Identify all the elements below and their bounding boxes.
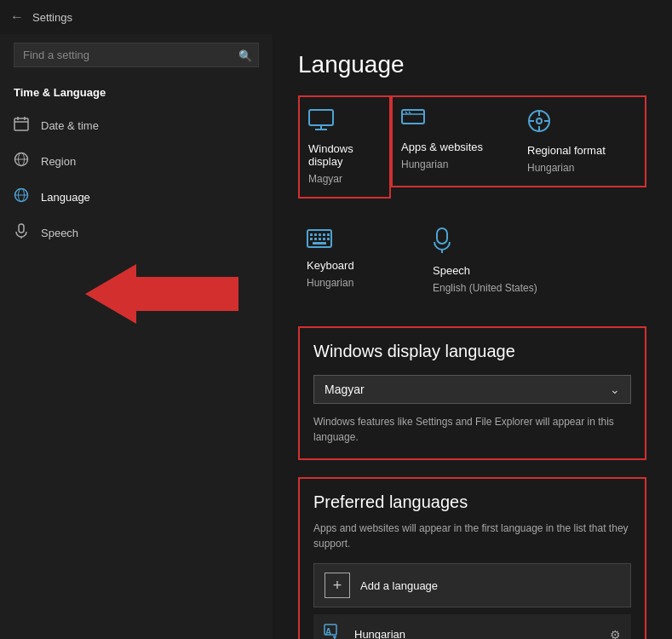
svg-rect-38 — [437, 228, 447, 244]
card-apps-websites[interactable]: Apps & websites Hungarian — [393, 97, 519, 186]
sidebar-item-language-label: Language — [41, 191, 90, 204]
region-icon — [14, 152, 29, 170]
preferred-languages-sub: Apps and websites will appear in the fir… — [313, 521, 631, 551]
sidebar: 🔍 Time & Language Date & time — [0, 34, 273, 639]
svg-rect-30 — [323, 233, 325, 236]
apps-websites-title: Apps & websites — [401, 141, 483, 153]
back-button[interactable]: ← — [10, 9, 24, 25]
search-input[interactable] — [14, 43, 259, 67]
chevron-down-icon: ⌄ — [610, 383, 620, 396]
language-list-item-hungarian[interactable]: A ▼ Hungarian ⚙ — [313, 614, 631, 639]
speech-card-sub: English (United States) — [433, 282, 537, 294]
sidebar-item-date-time[interactable]: Date & time — [0, 107, 273, 143]
sidebar-item-date-time-label: Date & time — [41, 119, 99, 132]
svg-text:▼: ▼ — [331, 634, 338, 639]
add-language-button[interactable]: + Add a language — [313, 563, 631, 607]
date-time-icon — [14, 116, 29, 135]
svg-rect-37 — [313, 242, 326, 245]
sidebar-item-language[interactable]: Language — [0, 179, 273, 215]
speech-card-icon — [433, 227, 451, 259]
card-regional-format[interactable]: Regional format Hungarian — [519, 97, 645, 186]
sidebar-item-region[interactable]: Region — [0, 143, 273, 179]
svg-rect-35 — [323, 238, 325, 240]
windows-display-title: Windows display — [308, 142, 381, 168]
windows-display-language-section: Windows display language Magyar ⌄ Window… — [298, 326, 646, 460]
svg-rect-32 — [310, 238, 313, 240]
titlebar: ← Settings — [0, 0, 672, 34]
svg-rect-0 — [14, 118, 28, 130]
svg-rect-10 — [19, 224, 24, 233]
svg-rect-13 — [309, 110, 333, 125]
main-layout: 🔍 Time & Language Date & time — [0, 34, 672, 639]
regional-format-icon — [527, 109, 551, 139]
keyboard-sub: Hungarian — [307, 277, 353, 289]
speech-icon — [14, 223, 29, 242]
preferred-languages-section: Preferred languages Apps and websites wi… — [298, 477, 646, 639]
svg-line-19 — [409, 112, 411, 113]
language-icon — [14, 187, 29, 206]
sidebar-item-region-label: Region — [41, 155, 76, 168]
svg-point-21 — [537, 118, 542, 124]
lang-settings-icon: ⚙ — [610, 628, 621, 640]
apps-websites-icon — [401, 109, 425, 135]
windows-display-sub: Magyar — [308, 173, 342, 185]
svg-rect-36 — [327, 238, 330, 240]
windows-display-icon — [308, 109, 334, 137]
speech-card-title: Speech — [433, 264, 470, 277]
apps-websites-sub: Hungarian — [401, 158, 448, 170]
windows-display-language-heading: Windows display language — [313, 342, 631, 361]
keyboard-icon — [307, 227, 332, 254]
svg-rect-27 — [310, 233, 313, 236]
regional-format-title: Regional format — [527, 144, 606, 157]
svg-rect-28 — [314, 233, 317, 236]
search-icon: 🔍 — [238, 49, 252, 61]
card-keyboard[interactable]: Keyboard Hungarian — [298, 216, 424, 306]
arrow-annotation — [85, 260, 264, 331]
card-windows-display[interactable]: Windows display Magyar — [298, 95, 391, 199]
svg-marker-12 — [85, 264, 238, 324]
titlebar-title: Settings — [32, 11, 72, 24]
dropdown-selected-value: Magyar — [325, 383, 610, 396]
svg-rect-31 — [327, 233, 330, 236]
hungarian-lang-icon: A ▼ — [324, 623, 344, 639]
search-container: 🔍 — [14, 43, 259, 67]
preferred-languages-heading: Preferred languages — [313, 492, 631, 512]
svg-line-18 — [405, 112, 407, 113]
sidebar-item-speech[interactable]: Speech — [0, 215, 273, 250]
language-dropdown[interactable]: Magyar ⌄ — [313, 375, 631, 404]
svg-rect-33 — [314, 238, 317, 240]
add-language-label: Add a language — [360, 579, 438, 592]
regional-format-sub: Hungarian — [527, 162, 574, 174]
hungarian-lang-name: Hungarian — [354, 628, 600, 639]
card-speech[interactable]: Speech English (United States) — [424, 216, 550, 306]
svg-rect-29 — [319, 233, 321, 236]
windows-display-hint: Windows features like Settings and File … — [313, 414, 631, 445]
page-title: Language — [298, 51, 646, 78]
svg-rect-34 — [319, 238, 321, 240]
keyboard-title: Keyboard — [307, 259, 354, 272]
content-area: Language Windows display Magyar — [273, 34, 672, 639]
sidebar-item-speech-label: Speech — [41, 227, 78, 239]
sidebar-section-label: Time & Language — [0, 81, 273, 107]
plus-icon: + — [325, 573, 350, 598]
